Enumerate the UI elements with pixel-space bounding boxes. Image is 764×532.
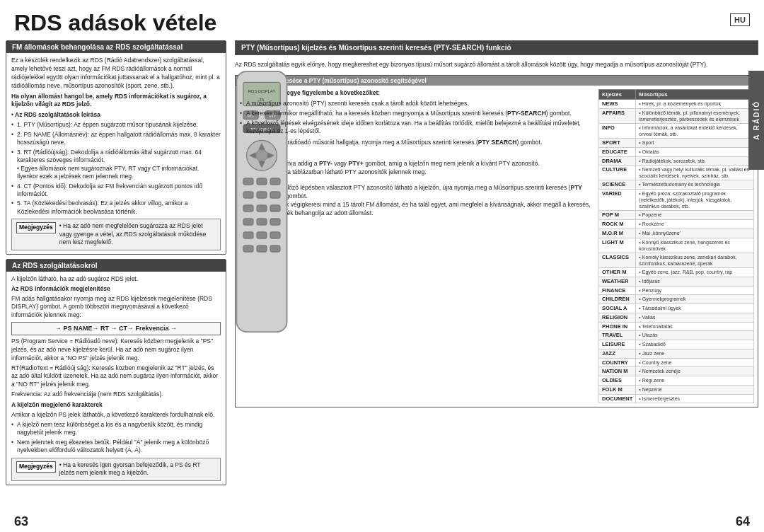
fm-stations-header: FM állomások behangolása az RDS szolgált… [6,41,226,53]
rds-service-1: 1. PTY (Műsortípus): Az éppen sugárzott … [11,121,221,129]
pty-intro: Az RDS szolgáltatás egyik előnye, hogy m… [235,61,758,69]
char-item-2: Nem jelennek meg ékezetes betűk. Például… [11,439,221,455]
char-item-1: A kijelző nem tesz különbséget a kis és … [11,421,221,437]
table-cell-kijelzes: DOCUMENT [599,394,636,403]
svg-rect-23 [257,205,267,212]
svg-rect-24 [270,205,280,212]
fm-intro: Ez a készülék rendelkezik az RDS (Rádió … [11,57,221,91]
table-cell-musortipus: • Nemzetek zenéje [636,367,754,376]
table-cell-kijelzes: SCIENCE [599,180,636,190]
table-cell-kijelzes: RELIGION [599,313,636,322]
page-title: RDS adások vétele [14,10,730,36]
table-cell-kijelzes: CULTURE [599,166,636,180]
table-cell-musortipus: • Különböző témák, pl. pillanatnyi esemé… [636,108,754,123]
svg-rect-20 [257,192,267,199]
pty-table-wrap: Kijelzés Műsortípus NEWS• Hírek, pl. a k… [598,89,754,403]
rds-service-5: 5. TA (Közlekedési beolvasás): Ez a jelz… [11,200,221,216]
table-cell-kijelzes: COUNTRY [599,358,636,367]
rds-service-4: 4. CT (Pontos idő): Dekodolja az FM frek… [11,183,221,199]
svg-rect-32 [257,245,267,253]
svg-rect-27 [270,219,280,226]
table-cell-kijelzes: INFO [599,123,636,138]
rds-services-section: Az RDS szolgáltatásokról A kijelzőn láth… [6,259,226,485]
megjegyzes-2: Megjegyzés • Ha a keresés igen gyorsan b… [11,458,221,481]
table-cell-musortipus: • Gyermekprogramok [636,295,754,304]
table-cell-musortipus: • Pénzügy [636,286,754,295]
table-cell-kijelzes: FOLK M [599,385,636,394]
table-row: JAZZ• Jazz zene [599,349,754,358]
table-cell-kijelzes: SOCIAL A [599,304,636,313]
table-cell-kijelzes: DRAMA [599,156,636,166]
table-row: NATION M• Nemzetek zenéje [599,367,754,376]
table-cell-musortipus: • Oktatás [636,147,754,156]
condition-2: A keresés bármikor megállítható, ha a ke… [239,110,594,118]
svg-rect-26 [257,219,267,226]
rds-info-display-label: Az RDS információk megjelenítése [11,285,221,294]
rds-services-list: 1. PTY (Műsortípus): Az éppen sugárzott … [11,121,221,216]
table-cell-musortipus: • Telefonáltatás [636,322,754,331]
table-cell-kijelzes: M.O.R M [599,229,636,238]
table-cell-kijelzes: CHILDREN [599,295,636,304]
fm-stations-body: Ez a készülék rendelkezik az RDS (Rádió … [6,53,226,254]
table-cell-kijelzes: JAZZ [599,349,636,358]
fm-bold-note: Ha olyan állomást hangol be, amely RDS i… [11,93,221,110]
table-cell-kijelzes: POP M [599,211,636,220]
table-cell-kijelzes: LEISURE [599,340,636,349]
page-num-right: 64 [736,514,750,529]
megjegyzes-text-2: • Ha a keresés igen gyorsan befejeződik,… [59,461,216,478]
table-cell-kijelzes: ROCK M [599,220,636,229]
rds-services-label: • Az RDS szolgáltatások leírása [11,111,221,120]
table-cell-musortipus: • Régi zene [636,376,754,386]
svg-rect-31 [243,245,253,253]
svg-rect-25 [243,219,253,226]
table-cell-musortipus: • Utazás [636,331,754,340]
rds-s2-intro: A kijelzőn látható, ha az adó sugároz RD… [11,275,221,284]
table-row: FOLK M• Népzene [599,385,754,394]
svg-rect-19 [243,192,253,199]
megjegyzes-label-2: Megjegyzés [16,461,56,473]
fm-stations-section: FM állomások behangolása az RDS szolgált… [6,40,226,255]
pty-search-section: Rádiómúsor keresése a PTY (műsortípus) a… [235,75,758,407]
footer: 63 64 [0,511,764,532]
radio-tab-label: A RÁDIÓ [753,100,760,140]
megjegyzes-text-1: • Ha az adó nem megfelelően sugározza az… [59,222,216,246]
lang-badge: HU [730,13,750,26]
svg-rect-28 [243,232,253,239]
table-row: RELIGION• Vallás [599,313,754,322]
rt-text: RT(RadioText = Rádióúj ság): Keresés köz… [11,364,221,390]
table-row: EDUCATE• Oktatás [599,147,754,156]
megjegyzes-label-1: Megjegyzés [16,222,56,233]
table-cell-kijelzes: FINANCE [599,286,636,295]
pty-search-header: Rádiómúsor keresése a PTY (műsortípus) a… [236,76,758,86]
table-cell-kijelzes: OTHER M [599,268,636,277]
arrow-line: → PS NAME→ RT → CT→ Frekvencia → [11,322,221,335]
table-cell-musortipus: • Komoly klasszikus zene, zenekari darab… [636,253,754,267]
table-cell-musortipus: • Nemzeti vagy helyi kulturális témák, p… [636,166,754,180]
table-row: LEISURE• Szabadidő [599,340,754,349]
table-cell-musortipus: • Természettudomány és technológia [636,180,754,190]
table-cell-kijelzes: CLASSICS [599,253,636,267]
rds-service-2: 2. PS NAME (Állomásnév): az éppen hallga… [11,131,221,147]
table-cell-kijelzes: NATION M [599,367,636,376]
table-row: CHILDREN• Gyermekprogramok [599,295,754,304]
table-cell-kijelzes: SPORT [599,139,636,148]
pty-table: Kijelzés Műsortípus NEWS• Hírek, pl. a k… [598,89,754,403]
table-row: DOCUMENT• Ismeretterjesztés [599,394,754,403]
rds-service-3: 3. RT (Rádióújság): Dekodolija a rádióál… [11,149,221,181]
radio-tab: A RÁDIÓ [748,71,764,170]
table-row: TRAVEL• Utazás [599,331,754,340]
table-cell-musortipus: • Szabadidő [636,340,754,349]
svg-rect-17 [257,178,267,185]
table-cell-musortipus: • Egyéb zene, jazz, R&B, pop, country, r… [636,268,754,277]
table-cell-musortipus: • Hírek, pl. a közlemények és riportok [636,99,754,108]
svg-rect-18 [270,178,280,185]
table-row: POP M• Popzene [599,211,754,220]
megjegyzes-1: Megjegyzés • Ha az adó nem megfelelően s… [11,219,221,250]
svg-rect-22 [243,205,253,212]
rds-services-body: A kijelzőn látható, ha az adó sugároz RD… [6,272,226,485]
pty-content-area: A keresés előtt vegye figyelembe a követ… [236,86,758,407]
table-cell-kijelzes: EDUCATE [599,147,636,156]
table-cell-kijelzes: TRAVEL [599,331,636,340]
svg-text:RDS DISPLAY: RDS DISPLAY [248,89,276,93]
table-row: NEWS• Hírek, pl. a közlemények és riport… [599,99,754,108]
